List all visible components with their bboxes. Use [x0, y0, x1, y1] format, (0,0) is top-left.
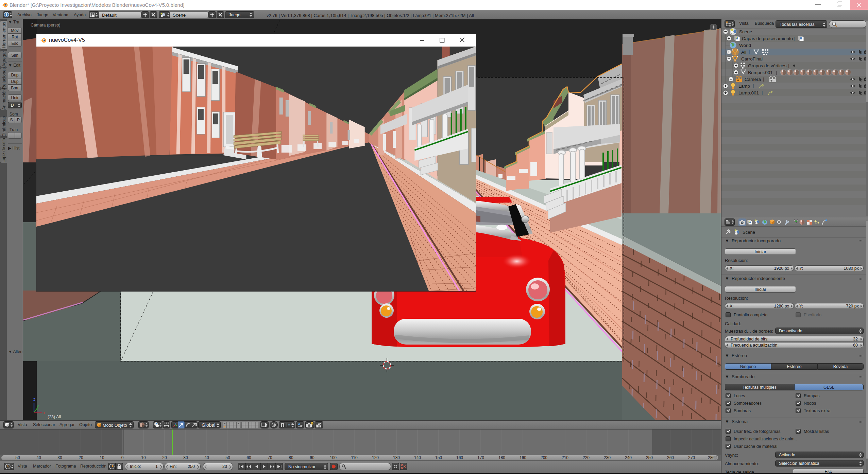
svg-text:|: | — [762, 90, 763, 95]
svg-text:140: 140 — [414, 455, 421, 460]
svg-text:90: 90 — [310, 455, 314, 460]
svg-text:150: 150 — [435, 455, 442, 460]
svg-text:i: i — [6, 13, 7, 17]
svg-text:-50: -50 — [14, 455, 20, 460]
svg-text:60: 60 — [246, 455, 251, 460]
svg-text:CarroFinal: CarroFinal — [741, 56, 763, 62]
svg-text:|: | — [794, 36, 795, 41]
svg-text:-10: -10 — [98, 455, 104, 460]
svg-text:|: | — [776, 70, 777, 75]
svg-text:50: 50 — [225, 455, 230, 460]
svg-text:70: 70 — [268, 455, 272, 460]
svg-text:220: 220 — [583, 455, 590, 460]
svg-text:Cámara (persp): Cámara (persp) — [31, 23, 61, 28]
svg-text:y: y — [37, 404, 39, 408]
svg-text:190: 190 — [520, 455, 526, 460]
svg-text:130: 130 — [393, 455, 400, 460]
svg-text:210: 210 — [562, 455, 568, 460]
svg-text:80: 80 — [289, 455, 293, 460]
svg-text:120: 120 — [372, 455, 379, 460]
svg-text:Scene: Scene — [739, 29, 752, 34]
svg-text:200: 200 — [541, 455, 547, 460]
svg-text:0: 0 — [121, 455, 124, 460]
svg-text:-30: -30 — [56, 455, 62, 460]
svg-text:100: 100 — [330, 455, 337, 460]
svg-text:z: z — [33, 397, 35, 402]
svg-text:30: 30 — [183, 455, 188, 460]
svg-text:40: 40 — [204, 455, 209, 460]
svg-text:10: 10 — [141, 455, 146, 460]
svg-text:|: | — [763, 76, 764, 82]
svg-text:20: 20 — [162, 455, 167, 460]
svg-text:All: All — [741, 50, 746, 55]
svg-text:160: 160 — [456, 455, 463, 460]
svg-text:250: 250 — [646, 455, 653, 460]
svg-text:|: | — [749, 49, 750, 54]
svg-text:Lamp: Lamp — [738, 84, 750, 89]
svg-text:|: | — [753, 83, 754, 88]
svg-text:-40: -40 — [35, 455, 41, 460]
svg-text:260: 260 — [667, 455, 674, 460]
svg-text:x: x — [43, 410, 45, 415]
svg-text:(23) All: (23) All — [48, 415, 61, 419]
svg-text:-20: -20 — [77, 455, 83, 460]
svg-text:Bumper.001: Bumper.001 — [748, 70, 773, 75]
svg-text:|: | — [788, 63, 789, 68]
svg-text:230: 230 — [604, 455, 611, 460]
svg-text:Scene: Scene — [743, 230, 755, 235]
svg-text:180: 180 — [498, 455, 505, 460]
svg-text:Grupos de vértices: Grupos de vértices — [748, 63, 787, 68]
svg-text:Camera: Camera — [745, 77, 761, 82]
svg-text:World: World — [739, 43, 751, 48]
svg-text:Capas de procesamiento: Capas de procesamiento — [742, 36, 793, 41]
svg-text:110: 110 — [351, 455, 357, 460]
svg-text:270: 270 — [688, 455, 695, 460]
svg-text:240: 240 — [625, 455, 632, 460]
svg-text:170: 170 — [477, 455, 484, 460]
svg-text:Lamp.001: Lamp.001 — [738, 90, 759, 95]
